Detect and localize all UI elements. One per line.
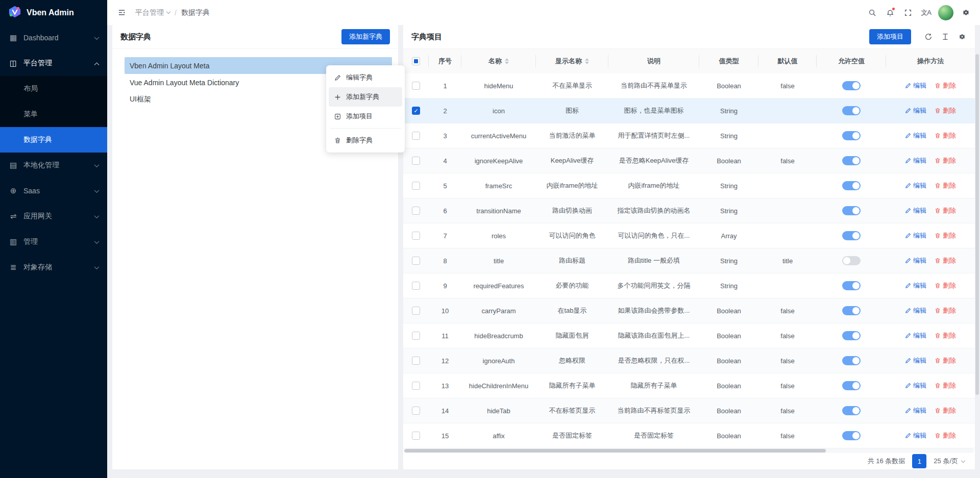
add-dictionary-button[interactable]: 添加新字典 xyxy=(341,29,390,44)
row-checkbox[interactable] xyxy=(412,82,420,90)
delete-button[interactable]: 删除 xyxy=(935,381,956,390)
allow-empty-toggle[interactable] xyxy=(842,156,861,165)
delete-button[interactable]: 删除 xyxy=(935,106,956,115)
allow-empty-toggle[interactable] xyxy=(842,231,861,240)
row-checkbox[interactable]: ✓ xyxy=(412,107,420,115)
row-checkbox[interactable] xyxy=(412,382,420,390)
delete-button[interactable]: 删除 xyxy=(935,231,956,240)
column-header[interactable]: 名称 xyxy=(461,49,536,73)
row-checkbox[interactable] xyxy=(412,407,420,415)
sidebar-item-app-gateway[interactable]: ⇌ 应用网关 xyxy=(0,204,107,229)
app-logo[interactable]: Vben Admin xyxy=(0,0,107,25)
row-checkbox[interactable] xyxy=(412,432,420,440)
row-checkbox[interactable] xyxy=(412,282,420,290)
row-checkbox[interactable] xyxy=(412,157,420,165)
sidebar-item-object-storage[interactable]: ≣ 对象存储 xyxy=(0,255,107,280)
sidebar-item-localization[interactable]: ▤ 本地化管理 xyxy=(0,153,107,178)
row-checkbox[interactable] xyxy=(412,182,420,190)
sidebar-item-data-dictionary[interactable]: 数据字典 xyxy=(0,127,107,153)
sort-icon[interactable] xyxy=(585,58,589,64)
row-checkbox[interactable] xyxy=(412,307,420,315)
row-checkbox[interactable] xyxy=(412,357,420,365)
refresh-icon[interactable] xyxy=(924,32,933,41)
allow-empty-toggle[interactable] xyxy=(842,131,861,140)
row-checkbox[interactable] xyxy=(412,232,420,240)
delete-button[interactable]: 删除 xyxy=(935,81,956,90)
sidebar-item-management[interactable]: ▥ 管理 xyxy=(0,229,107,255)
delete-button[interactable]: 删除 xyxy=(935,431,956,440)
context-menu-delete-dictionary[interactable]: 删除字典 xyxy=(329,131,402,150)
edit-button[interactable]: 编辑 xyxy=(905,256,926,265)
row-checkbox[interactable] xyxy=(412,207,420,215)
edit-button[interactable]: 编辑 xyxy=(905,331,926,340)
delete-button[interactable]: 删除 xyxy=(935,206,956,215)
edit-button[interactable]: 编辑 xyxy=(905,181,926,190)
bell-icon[interactable] xyxy=(883,6,897,20)
avatar[interactable] xyxy=(938,5,953,20)
collapse-sidebar-icon[interactable] xyxy=(114,6,129,20)
delete-button[interactable]: 删除 xyxy=(935,406,956,415)
allow-empty-toggle[interactable] xyxy=(842,356,861,365)
allow-empty-toggle[interactable] xyxy=(842,181,861,190)
select-all-checkbox[interactable] xyxy=(412,57,420,65)
delete-button[interactable]: 删除 xyxy=(935,181,956,190)
allow-empty-toggle[interactable] xyxy=(842,306,861,315)
allow-empty-toggle[interactable] xyxy=(842,81,861,90)
edit-button[interactable]: 编辑 xyxy=(905,406,926,415)
allow-empty-toggle[interactable] xyxy=(842,206,861,215)
table-body: 1hideMenu不在菜单显示当前路由不再菜单显示Booleanfalse编辑删… xyxy=(403,73,975,448)
table-settings-icon[interactable] xyxy=(958,32,967,41)
page-size-select[interactable]: 25 条/页 xyxy=(934,457,965,466)
edit-button[interactable]: 编辑 xyxy=(905,381,926,390)
sidebar-item-layout[interactable]: 布局 xyxy=(0,76,107,102)
allow-empty-toggle[interactable] xyxy=(842,106,861,115)
allow-empty-toggle[interactable] xyxy=(842,381,861,390)
edit-button[interactable]: 编辑 xyxy=(905,431,926,440)
horizontal-scrollbar[interactable] xyxy=(404,448,974,453)
sidebar-item-dashboard[interactable]: ▦ Dashboard xyxy=(0,25,107,51)
row-checkbox[interactable] xyxy=(412,257,420,265)
fullscreen-icon[interactable] xyxy=(901,6,915,20)
delete-button[interactable]: 删除 xyxy=(935,356,956,365)
sidebar-item-platform-management[interactable]: ◫ 平台管理 xyxy=(0,51,107,76)
sort-icon[interactable] xyxy=(505,58,509,64)
context-menu-add-item[interactable]: 添加项目 xyxy=(329,107,402,126)
allow-empty-toggle[interactable] xyxy=(842,406,861,415)
delete-button[interactable]: 删除 xyxy=(935,306,956,315)
edit-button[interactable]: 编辑 xyxy=(905,231,926,240)
delete-button[interactable]: 删除 xyxy=(935,256,956,265)
edit-button[interactable]: 编辑 xyxy=(905,306,926,315)
vertical-scrollbar[interactable] xyxy=(975,54,979,395)
edit-button[interactable]: 编辑 xyxy=(905,131,926,140)
delete-button[interactable]: 删除 xyxy=(935,331,956,340)
translate-icon[interactable]: 文A xyxy=(919,6,933,20)
context-menu-edit-dictionary[interactable]: 编辑字典 xyxy=(329,68,402,87)
edit-button[interactable]: 编辑 xyxy=(905,281,926,290)
edit-button[interactable]: 编辑 xyxy=(905,156,926,165)
pagination-page-1[interactable]: 1 xyxy=(912,454,926,468)
allow-empty-toggle[interactable] xyxy=(842,431,861,440)
row-checkbox[interactable] xyxy=(412,132,420,140)
search-icon[interactable] xyxy=(865,6,879,20)
row-height-icon[interactable] xyxy=(941,32,950,41)
edit-button[interactable]: 编辑 xyxy=(905,106,926,115)
allow-empty-toggle[interactable] xyxy=(842,331,861,340)
delete-button[interactable]: 删除 xyxy=(935,281,956,290)
allow-empty-toggle[interactable] xyxy=(842,256,861,265)
delete-button[interactable]: 删除 xyxy=(935,131,956,140)
add-item-button[interactable]: 添加项目 xyxy=(869,29,911,44)
edit-button[interactable]: 编辑 xyxy=(905,356,926,365)
row-checkbox[interactable] xyxy=(412,332,420,340)
edit-button[interactable]: 编辑 xyxy=(905,206,926,215)
edit-button[interactable]: 编辑 xyxy=(905,81,926,90)
allow-empty-toggle[interactable] xyxy=(842,281,861,290)
cell-value-type: Boolean xyxy=(699,432,758,440)
sidebar-item-menu[interactable]: 菜单 xyxy=(0,102,107,127)
column-header[interactable]: 显示名称 xyxy=(536,49,608,73)
breadcrumb-platform[interactable]: 平台管理 xyxy=(135,8,170,17)
settings-gear-icon[interactable] xyxy=(959,6,973,20)
delete-button[interactable]: 删除 xyxy=(935,156,956,165)
sidebar-item-saas[interactable]: ⊕ Saas xyxy=(0,178,107,204)
context-menu-add-dictionary[interactable]: 添加新字典 xyxy=(329,87,402,107)
scrollbar-thumb[interactable] xyxy=(404,449,826,452)
